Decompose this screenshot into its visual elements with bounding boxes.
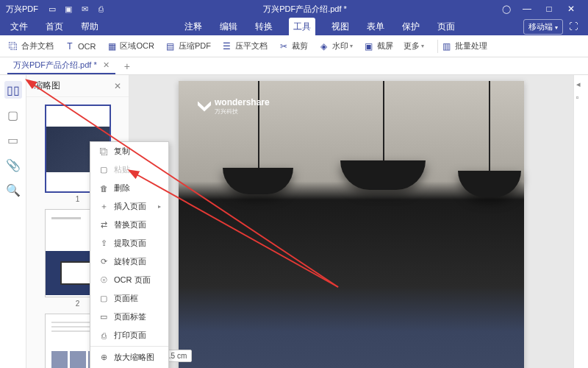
- right-rail-collapse-icon[interactable]: ◂: [576, 79, 587, 90]
- ocr-page-icon: ⦾: [98, 275, 110, 285]
- tab-annotate[interactable]: 注释: [183, 18, 204, 36]
- copy-icon: ⿻: [98, 147, 110, 156]
- tab-protect[interactable]: 保护: [401, 18, 421, 36]
- ctx-delete[interactable]: 🗑删除: [90, 179, 168, 197]
- ctx-insert[interactable]: ＋插入页面▸: [90, 197, 168, 216]
- tool-compress[interactable]: ▤压缩PDF: [165, 40, 211, 52]
- delete-icon: 🗑: [98, 184, 110, 193]
- user-icon[interactable]: ◯: [500, 2, 513, 15]
- ctx-print[interactable]: ⎙打印页面: [90, 326, 168, 344]
- flatten-icon: ☰: [221, 40, 233, 52]
- ctx-ocr-page[interactable]: ⦾OCR 页面: [90, 271, 168, 289]
- thumbnail-title: 缩略图: [34, 79, 60, 92]
- tab-tools[interactable]: 工具: [289, 18, 315, 36]
- add-tab-button[interactable]: +: [120, 60, 135, 72]
- mail-icon[interactable]: ✉: [78, 2, 91, 15]
- tool-area-ocr[interactable]: ▦区域OCR: [106, 40, 154, 52]
- right-rail: ◂ ▫: [573, 75, 588, 368]
- close-tab-icon[interactable]: ✕: [103, 60, 110, 70]
- tab-convert[interactable]: 转换: [254, 18, 274, 36]
- canvas[interactable]: wondershare 万兴科技 制作人：TX 日期：20210617 21 x…: [129, 75, 573, 368]
- context-menu: ⿻复制 ▢粘贴 🗑删除 ＋插入页面▸ ⇄替换页面 ⇪提取页面 ⟳旋转页面 ⦾OC…: [90, 141, 169, 368]
- menu-help[interactable]: 帮助: [81, 21, 98, 33]
- workspace: ▯▯ ▢ ▭ 📎 🔍 缩略图 ✕ 1 2 3: [0, 75, 588, 368]
- batch-icon: ▥: [441, 40, 453, 52]
- ctx-rotate[interactable]: ⟳旋转页面: [90, 252, 168, 271]
- tool-crop[interactable]: ✂裁剪: [278, 40, 308, 52]
- tool-more[interactable]: 更多▾: [404, 40, 424, 52]
- tab-view[interactable]: 视图: [330, 18, 351, 36]
- compress-icon: ▤: [165, 40, 176, 52]
- page-view: wondershare 万兴科技 制作人：TX 日期：20210617: [179, 81, 524, 368]
- watermark-icon: ◈: [318, 40, 330, 52]
- merge-icon: ⿻: [7, 40, 19, 52]
- document-tab[interactable]: 万兴PDF产品介绍.pdf * ✕: [7, 57, 115, 74]
- close-button[interactable]: ✕: [560, 4, 582, 14]
- tab-form[interactable]: 表单: [365, 18, 386, 36]
- tool-watermark[interactable]: ◈水印▾: [318, 40, 353, 52]
- ocr-icon: T: [64, 40, 76, 52]
- tool-screenshot[interactable]: ▣截屏: [363, 40, 393, 52]
- ctx-extract[interactable]: ⇪提取页面: [90, 234, 168, 252]
- app-name: 万兴PDF: [6, 4, 38, 15]
- ctx-replace[interactable]: ⇄替换页面: [90, 216, 168, 234]
- left-rail: ▯▯ ▢ ▭ 📎 🔍: [0, 75, 26, 368]
- rail-thumbnails[interactable]: ▯▯: [4, 81, 22, 99]
- menu-home[interactable]: 首页: [46, 21, 63, 33]
- replace-icon: ⇄: [98, 220, 110, 230]
- menubar: 文件 首页 帮助 注释 编辑 转换 工具 视图 表单 保护 页面 移动端 ▾ ⛶: [0, 18, 588, 35]
- crop-icon: ✂: [278, 40, 290, 52]
- open-icon[interactable]: ▭: [46, 2, 59, 15]
- maximize-button[interactable]: □: [538, 4, 560, 14]
- tool-batch[interactable]: ▥批量处理: [441, 40, 487, 52]
- area-ocr-icon: ▦: [106, 40, 118, 52]
- thumbnail-header: 缩略图 ✕: [26, 75, 129, 97]
- tabstrip: 万兴PDF产品介绍.pdf * ✕ +: [0, 57, 588, 75]
- rail-search[interactable]: 🔍: [4, 181, 22, 199]
- fullscreen-icon[interactable]: ⛶: [569, 21, 578, 32]
- titlebar: 万兴PDF ▭ ▣ ✉ ⎙ 万兴PDF产品介绍.pdf * ◯ — □ ✕: [0, 0, 588, 18]
- ctx-copy[interactable]: ⿻复制: [90, 142, 168, 160]
- minimize-button[interactable]: —: [516, 4, 538, 14]
- wondershare-logo: wondershare 万兴科技: [198, 97, 270, 116]
- document-tab-label: 万兴PDF产品介绍.pdf *: [13, 60, 97, 71]
- paste-icon: ▢: [98, 165, 110, 174]
- tool-flatten[interactable]: ☰压平文档: [221, 40, 268, 52]
- rotate-icon: ⟳: [98, 257, 110, 266]
- ctx-paste: ▢粘贴: [90, 160, 168, 179]
- rail-attachments[interactable]: 📎: [4, 156, 22, 174]
- save-icon[interactable]: ▣: [62, 2, 75, 15]
- rail-comments[interactable]: ▭: [4, 131, 22, 149]
- print-page-icon: ⎙: [98, 331, 110, 340]
- ctx-box[interactable]: ▢页面框: [90, 289, 168, 308]
- tab-page[interactable]: 页面: [436, 18, 456, 36]
- insert-icon: ＋: [98, 201, 110, 212]
- menu-file[interactable]: 文件: [10, 21, 28, 33]
- print-icon[interactable]: ⎙: [94, 2, 107, 15]
- extract-icon: ⇪: [98, 238, 110, 248]
- window-title: 万兴PDF产品介绍.pdf *: [110, 4, 500, 15]
- box-icon: ▢: [98, 294, 110, 303]
- rail-bookmarks[interactable]: ▢: [4, 106, 22, 124]
- toolbar: ⿻合并文档 TOCR ▦区域OCR ▤压缩PDF ☰压平文档 ✂裁剪 ◈水印▾ …: [0, 35, 588, 57]
- screenshot-icon: ▣: [363, 40, 375, 52]
- right-rail-tool-icon[interactable]: ▫: [576, 93, 587, 103]
- tool-merge[interactable]: ⿻合并文档: [7, 40, 54, 52]
- tool-ocr[interactable]: TOCR: [64, 40, 96, 52]
- ctx-labels[interactable]: ▭页面标签: [90, 308, 168, 326]
- close-panel-icon[interactable]: ✕: [114, 81, 121, 91]
- mobile-button[interactable]: 移动端 ▾: [523, 19, 563, 35]
- ctx-zoom-in[interactable]: ⊕放大缩略图: [90, 348, 168, 367]
- zoom-in-icon: ⊕: [98, 353, 110, 362]
- labels-icon: ▭: [98, 312, 110, 322]
- tab-edit[interactable]: 编辑: [218, 18, 239, 36]
